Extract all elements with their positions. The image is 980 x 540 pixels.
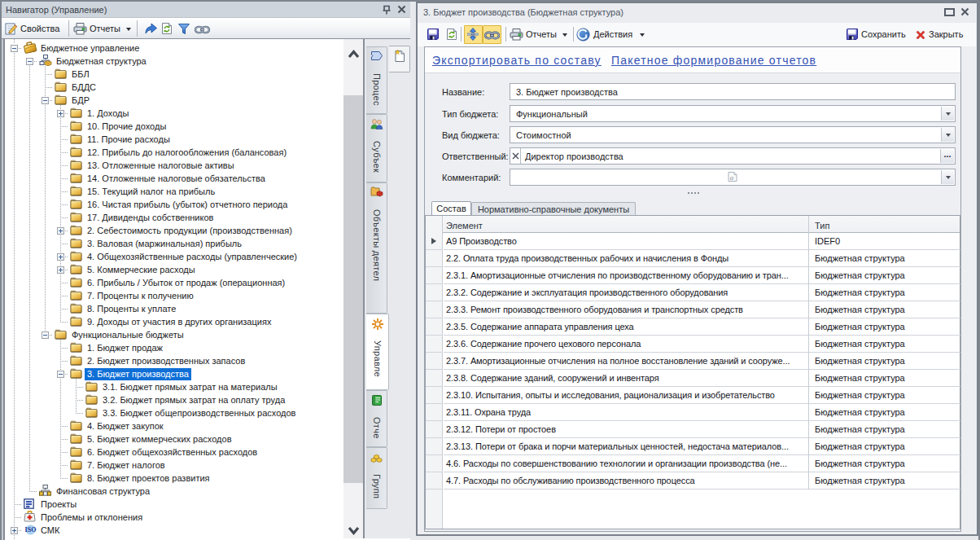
svg-text:ISO: ISO bbox=[25, 526, 37, 533]
svg-text:a: a bbox=[730, 173, 734, 182]
